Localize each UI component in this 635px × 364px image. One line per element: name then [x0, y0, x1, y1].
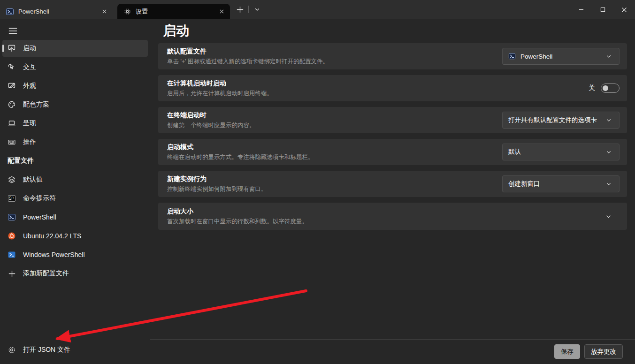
- gear-icon: [8, 346, 16, 354]
- palette-icon: [8, 100, 16, 109]
- powershell-icon: [508, 53, 516, 60]
- sidebar-item-label: 交互: [23, 63, 36, 71]
- sidebar-item-interaction[interactable]: 交互: [2, 59, 148, 76]
- setting-title: 启动模式: [167, 143, 314, 152]
- launch-icon: [8, 44, 16, 53]
- chevron-down-icon: [604, 147, 613, 157]
- startup-toggle-group: 关: [589, 83, 620, 93]
- tab-strip: PowerShell 设置: [0, 4, 230, 19]
- svg-text:C:\: C:\: [9, 196, 14, 199]
- expander-chevron-down-icon[interactable]: [604, 212, 613, 221]
- setting-title: 启动大小: [167, 207, 308, 216]
- settings-sidebar: 启动 交互 外观 配色方案: [0, 19, 150, 364]
- layers-icon: [8, 175, 16, 184]
- startup-toggle[interactable]: [601, 83, 620, 93]
- cmd-icon: C:\: [8, 194, 16, 203]
- window-controls: [570, 0, 635, 19]
- dropdown-value: 创建新窗口: [508, 180, 597, 188]
- setting-description: 启用后，允许在计算机启动时启用终端。: [167, 90, 273, 98]
- setting-row-default-profile: 默认配置文件 单击 '+' 图标或通过键入新的选项卡键绑定时打开的配置文件。 P…: [158, 43, 627, 69]
- setting-title: 在计算机启动时启动: [167, 79, 273, 88]
- footer-buttons: 保存 放弃更改: [554, 344, 623, 359]
- chevron-down-icon: [604, 179, 613, 189]
- minimize-icon[interactable]: [570, 0, 592, 19]
- sidebar-item-label: 命令提示符: [23, 194, 56, 203]
- tab-label: 设置: [136, 8, 218, 16]
- keyboard-icon: [8, 138, 16, 146]
- setting-row-when-terminal-starts: 在终端启动时 创建第一个终端时应显示的内容。 打开具有默认配置文件的选项卡: [158, 107, 627, 133]
- dropdown-value: 默认: [508, 148, 597, 156]
- setting-description: 创建第一个终端时应显示的内容。: [167, 121, 255, 129]
- chevron-down-icon: [604, 115, 613, 125]
- sidebar-item-appearance[interactable]: 外观: [2, 77, 148, 94]
- tab-dropdown-chevron-icon[interactable]: [250, 3, 264, 15]
- tab-label: PowerShell: [18, 8, 100, 15]
- profiles-section-header: 配置文件: [2, 152, 148, 169]
- dropdown-value: PowerShell: [520, 53, 597, 60]
- save-button[interactable]: 保存: [554, 344, 580, 359]
- setting-row-launch-size[interactable]: 启动大小 首次加载时在窗口中显示的行数和列数。以字符度量。: [158, 203, 627, 230]
- gear-icon: [123, 8, 131, 16]
- setting-row-launch-mode: 启动模式 终端在启动时的显示方式。专注将隐藏选项卡和标题栏。 默认: [158, 139, 627, 165]
- sidebar-item-add-profile[interactable]: 添加新配置文件: [2, 265, 148, 282]
- hamburger-menu-icon[interactable]: [5, 24, 21, 38]
- tab-powershell[interactable]: PowerShell: [0, 4, 113, 19]
- settings-footer: 保存 放弃更改: [150, 339, 635, 364]
- windows-powershell-icon: [8, 250, 16, 259]
- plus-icon: [8, 269, 16, 278]
- setting-description: 首次加载时在窗口中显示的行数和列数。以字符度量。: [167, 218, 308, 226]
- sidebar-item-defaults[interactable]: 默认值: [2, 171, 148, 188]
- setting-row-launch-on-startup: 在计算机启动时启动 启用后，允许在计算机启动时启用终端。 关: [158, 75, 627, 101]
- chevron-down-icon: [604, 52, 613, 61]
- setting-row-new-instance-behavior: 新建实例行为 控制新终端实例如何附加到现有窗口。 创建新窗口: [158, 171, 627, 197]
- sidebar-item-label: 默认值: [23, 175, 43, 184]
- windows-terminal-settings-window: PowerShell 设置: [0, 0, 635, 364]
- close-window-icon[interactable]: [613, 0, 635, 19]
- setting-description: 控制新终端实例如何附加到现有窗口。: [167, 185, 267, 193]
- setting-title: 默认配置文件: [167, 47, 329, 56]
- laptop-icon: [8, 119, 16, 128]
- close-tab-icon[interactable]: [218, 8, 225, 15]
- sidebar-item-powershell[interactable]: PowerShell: [2, 209, 148, 226]
- tab-bar: PowerShell 设置: [0, 0, 635, 19]
- setting-description: 单击 '+' 图标或通过键入新的选项卡键绑定时打开的配置文件。: [167, 58, 329, 66]
- sidebar-item-label: 呈现: [23, 119, 36, 128]
- toggle-state-label: 关: [589, 84, 595, 92]
- ubuntu-icon: [8, 232, 16, 240]
- dropdown-value: 打开具有默认配置文件的选项卡: [508, 116, 597, 124]
- sidebar-item-windows-powershell[interactable]: Windows PowerShell: [2, 246, 148, 263]
- setting-title: 新建实例行为: [167, 175, 267, 183]
- sidebar-item-cmd[interactable]: C:\ 命令提示符: [2, 190, 148, 207]
- sidebar-nav: 启动 交互 外观 配色方案: [2, 40, 148, 284]
- sidebar-item-ubuntu[interactable]: Ubuntu 22.04.2 LTS: [2, 228, 148, 244]
- default-profile-dropdown[interactable]: PowerShell: [502, 48, 620, 65]
- tab-settings[interactable]: 设置: [117, 4, 230, 19]
- settings-rows: 默认配置文件 单击 '+' 图标或通过键入新的选项卡键绑定时打开的配置文件。 P…: [158, 43, 627, 235]
- setting-description: 终端在启动时的显示方式。专注将隐藏选项卡和标题栏。: [167, 153, 314, 161]
- discard-changes-button[interactable]: 放弃更改: [584, 344, 623, 359]
- sidebar-item-label: 添加新配置文件: [23, 269, 69, 278]
- settings-main-panel: 启动 默认配置文件 单击 '+' 图标或通过键入新的选项卡键绑定时打开的配置文件…: [150, 19, 635, 364]
- sidebar-item-actions[interactable]: 操作: [2, 134, 148, 151]
- launch-mode-dropdown[interactable]: 默认: [502, 144, 620, 160]
- powershell-icon: [6, 8, 14, 16]
- page-title: 启动: [163, 22, 189, 40]
- sidebar-item-label: PowerShell: [23, 213, 56, 221]
- close-tab-icon[interactable]: [100, 8, 108, 15]
- new-tab-group: [233, 3, 264, 15]
- open-json-file-button[interactable]: 打开 JSON 文件: [2, 341, 148, 358]
- sidebar-item-label: Ubuntu 22.04.2 LTS: [23, 232, 81, 240]
- toggle-knob: [603, 85, 608, 91]
- new-instance-behavior-dropdown[interactable]: 创建新窗口: [502, 175, 620, 192]
- tab-divider: [248, 6, 249, 13]
- sidebar-item-label: 外观: [23, 82, 36, 90]
- new-tab-button[interactable]: [233, 3, 247, 15]
- when-terminal-starts-dropdown[interactable]: 打开具有默认配置文件的选项卡: [502, 112, 620, 129]
- sidebar-item-label: 配色方案: [23, 100, 49, 109]
- sidebar-item-color-schemes[interactable]: 配色方案: [2, 96, 148, 113]
- sidebar-item-label: 操作: [23, 138, 36, 146]
- appearance-icon: [8, 82, 16, 90]
- maximize-icon[interactable]: [592, 0, 613, 19]
- sidebar-item-startup[interactable]: 启动: [2, 40, 148, 57]
- sidebar-item-rendering[interactable]: 呈现: [2, 115, 148, 132]
